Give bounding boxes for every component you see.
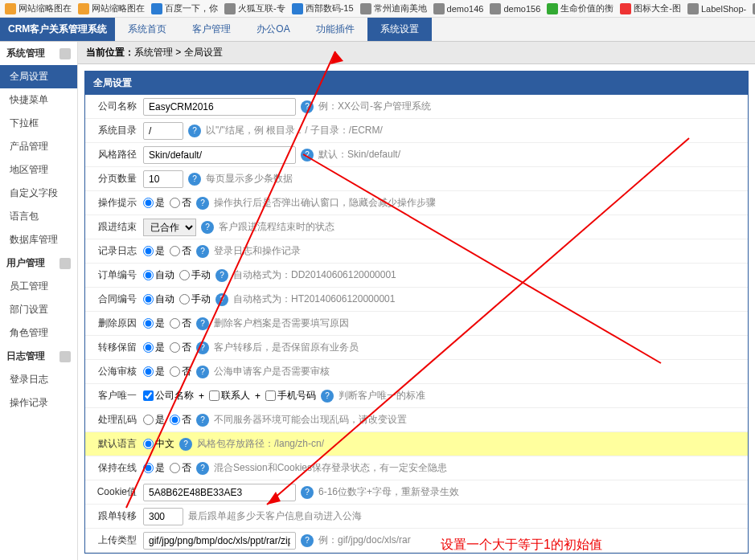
sidebar-item[interactable]: 角色管理: [0, 321, 77, 345]
unique-mobile[interactable]: 手机号码: [265, 389, 316, 403]
help-icon[interactable]: ?: [196, 462, 209, 475]
bookmark-item[interactable]: 图标大全-图: [620, 2, 681, 14]
help-icon[interactable]: ?: [179, 438, 192, 451]
breadcrumb: 当前位置： 系统管理 > 全局设置: [78, 42, 755, 64]
sidebar: 系统管理全局设置快捷菜单下拉框产品管理地区管理自定义字段语言包数据库管理用户管理…: [0, 42, 78, 560]
transfer-yes[interactable]: 是: [143, 341, 165, 354]
delreason-yes[interactable]: 是: [143, 317, 165, 330]
hint-text: 以"/"结尾，例 根目录：/ 子目录：/ECRM/: [206, 124, 383, 137]
sidebar-item[interactable]: 产品管理: [0, 135, 77, 158]
annotation-text: 设置一个大于等于1的初始值: [441, 537, 602, 554]
row-cookie: Cookie值?6-16位数字+字母，重新登录生效: [85, 480, 748, 505]
bookmark-item[interactable]: LabelShop-: [687, 3, 746, 14]
label: 订单编号: [85, 268, 143, 282]
hint-text: 例：XX公司-客户管理系统: [318, 100, 431, 113]
sidebar-item[interactable]: 下拉框: [0, 112, 77, 135]
skin-input[interactable]: [143, 146, 296, 164]
contractno-yes[interactable]: 自动: [143, 292, 174, 306]
help-icon[interactable]: ?: [196, 245, 209, 258]
transfer-no[interactable]: 否: [170, 341, 191, 354]
sidebar-item[interactable]: 地区管理: [0, 158, 77, 182]
sidebar-item[interactable]: 快捷菜单: [0, 88, 77, 112]
help-icon[interactable]: ?: [301, 486, 314, 499]
help-icon[interactable]: ?: [321, 390, 334, 403]
sysdir-input[interactable]: [143, 122, 183, 140]
nav-tab[interactable]: 客户管理: [179, 18, 244, 41]
delreason-no[interactable]: 否: [170, 317, 191, 330]
help-icon[interactable]: ?: [196, 414, 209, 427]
nav-tab[interactable]: 系统首页: [115, 18, 179, 41]
contractno-no[interactable]: 手动: [179, 292, 211, 306]
cookie-input[interactable]: [143, 484, 296, 501]
unique-contact[interactable]: 联系人: [209, 389, 250, 403]
sidebar-item[interactable]: 操作记录: [0, 391, 77, 415]
sidebar-group[interactable]: 日志管理: [0, 345, 77, 368]
nav-tab[interactable]: 功能插件: [303, 18, 367, 41]
orderno-yes[interactable]: 自动: [143, 268, 174, 282]
pagesize-input[interactable]: [143, 170, 183, 188]
row-transfer: 转移保留是 否?客户转移后，是否保留原有业务员: [85, 336, 748, 360]
sidebar-item[interactable]: 员工管理: [0, 275, 77, 298]
sidebar-group[interactable]: 系统管理: [0, 42, 77, 65]
help-icon[interactable]: ?: [301, 534, 314, 547]
row-upload: 上传类型?例：gif/jpg/doc/xls/rar: [85, 529, 748, 553]
garble-yes[interactable]: 是: [143, 413, 165, 427]
optip-yes[interactable]: 是: [143, 196, 165, 210]
hint-text: 客户跟进流程结束时的状态: [219, 220, 334, 234]
bookmark-item[interactable]: 百度一下，你: [151, 2, 218, 14]
hint-text: 删除客户档案是否需要填写原因: [214, 317, 349, 330]
follow-select[interactable]: 已合作: [143, 219, 196, 236]
unique-company[interactable]: 公司名称: [143, 389, 194, 403]
help-icon[interactable]: ?: [188, 125, 201, 137]
nav-tab[interactable]: 系统设置: [367, 18, 432, 41]
help-icon[interactable]: ?: [215, 293, 228, 306]
sidebar-item[interactable]: 自定义字段: [0, 182, 77, 205]
hint-text: 6-16位数字+字母，重新登录生效: [318, 485, 459, 499]
help-icon[interactable]: ?: [196, 317, 209, 330]
sidebar-item[interactable]: 全局设置: [0, 65, 77, 88]
help-icon[interactable]: ?: [196, 366, 209, 378]
help-icon[interactable]: ?: [188, 173, 201, 186]
help-icon[interactable]: ?: [301, 149, 314, 161]
sidebar-item[interactable]: 语言包: [0, 205, 77, 228]
log-yes[interactable]: 是: [143, 244, 165, 258]
bookmark-item[interactable]: demo156: [490, 3, 540, 14]
followday-input[interactable]: [143, 508, 183, 525]
bookmark-item[interactable]: 西部数码-15: [292, 2, 354, 14]
bookmark-icon: [490, 3, 501, 14]
label: 保持在线: [85, 461, 143, 475]
bookmark-item[interactable]: 常州迪南美地: [360, 2, 427, 14]
bookmark-item[interactable]: demo146: [433, 3, 484, 14]
breadcrumb-path: 系统管理 > 全局设置: [134, 46, 223, 59]
upload-input[interactable]: [143, 532, 296, 550]
sidebar-item[interactable]: 数据库管理: [0, 228, 77, 251]
help-icon[interactable]: ?: [215, 269, 228, 282]
help-icon[interactable]: ?: [196, 341, 209, 354]
sidebar-group[interactable]: 用户管理: [0, 251, 77, 275]
keep-no[interactable]: 否: [170, 461, 191, 475]
hint-text: 例：gif/jpg/doc/xls/rar: [318, 533, 411, 547]
orderno-no[interactable]: 手动: [179, 268, 211, 282]
sidebar-item[interactable]: 部门设置: [0, 298, 77, 321]
label: 分页数量: [85, 172, 143, 186]
sidebar-item[interactable]: 登录日志: [0, 368, 77, 391]
log-no[interactable]: 否: [170, 244, 191, 258]
bookmark-item[interactable]: 网站缩略图在: [78, 2, 145, 14]
seaaudit-yes[interactable]: 是: [143, 365, 165, 378]
bookmark-item[interactable]: 火狐互联-专: [224, 2, 285, 14]
help-icon[interactable]: ?: [196, 197, 209, 210]
optip-no[interactable]: 否: [170, 196, 191, 210]
keep-yes[interactable]: 是: [143, 461, 165, 475]
garble-no[interactable]: 否: [170, 413, 191, 427]
label: Cookie值: [85, 485, 143, 499]
bookmark-icon: [5, 3, 16, 14]
bookmark-item[interactable]: 网站缩略图在: [5, 2, 72, 14]
lang-zh[interactable]: 中文: [143, 437, 174, 451]
seaaudit-no[interactable]: 否: [170, 365, 191, 378]
nav-tab[interactable]: 办公OA: [244, 18, 302, 41]
company-input[interactable]: [143, 98, 296, 116]
bookmark-icon: [78, 3, 89, 14]
bookmark-item[interactable]: 生命价值的衡: [547, 2, 613, 14]
help-icon[interactable]: ?: [301, 100, 314, 113]
help-icon[interactable]: ?: [201, 221, 214, 234]
